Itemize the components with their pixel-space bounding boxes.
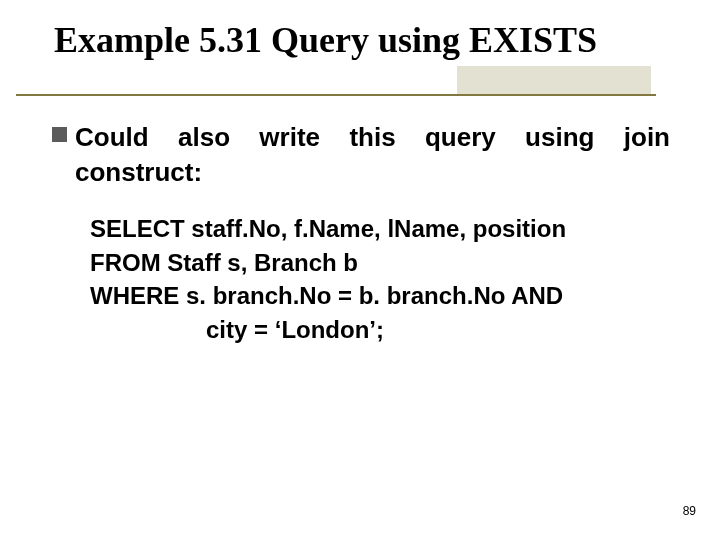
page-number: 89 bbox=[683, 504, 696, 518]
slide: Example 5.31 Query using EXISTS Could al… bbox=[0, 0, 720, 540]
sql-block: SELECT staff.No, f.Name, lName, position… bbox=[90, 212, 670, 346]
title-wrap: Example 5.31 Query using EXISTS bbox=[54, 20, 669, 61]
bullet-line-2: construct: bbox=[75, 157, 202, 187]
slide-title: Example 5.31 Query using EXISTS bbox=[54, 20, 669, 61]
title-shadow bbox=[457, 66, 651, 94]
sql-line-from: FROM Staff s, Branch b bbox=[90, 246, 670, 280]
title-underline bbox=[16, 94, 656, 96]
bullet-line-1: Could also write this query using join bbox=[75, 120, 670, 155]
bullet-text: Could also write this query using join c… bbox=[75, 120, 670, 190]
square-bullet-icon bbox=[52, 127, 67, 142]
sql-line-city: city = ‘London’; bbox=[206, 313, 670, 347]
bullet-item: Could also write this query using join c… bbox=[52, 120, 670, 190]
slide-body: Could also write this query using join c… bbox=[52, 120, 670, 347]
sql-line-select: SELECT staff.No, f.Name, lName, position bbox=[90, 212, 670, 246]
sql-line-where: WHERE s. branch.No = b. branch.No AND bbox=[90, 279, 670, 313]
